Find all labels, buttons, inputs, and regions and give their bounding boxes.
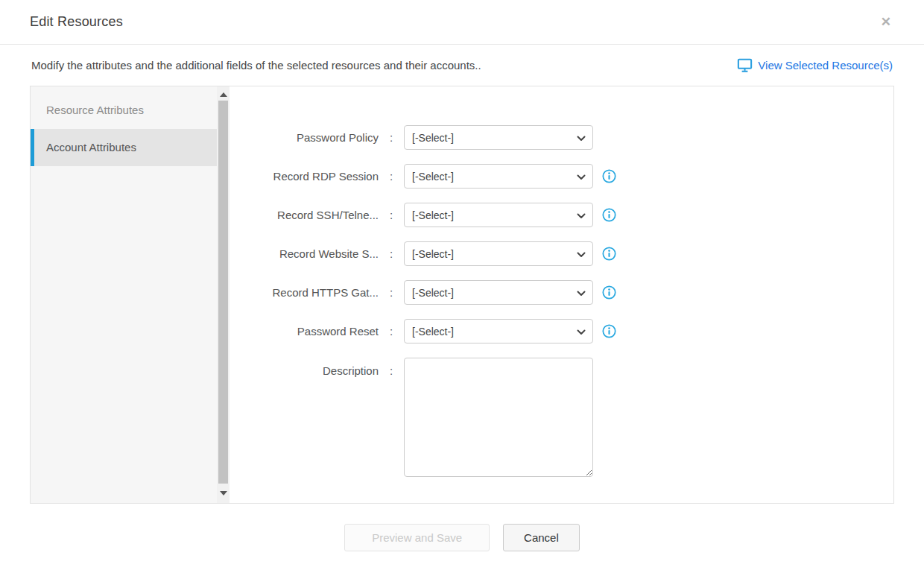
account-attributes-form: Password Policy : [-Select-] Record RDP …	[230, 86, 893, 503]
field-row-record-rdp-session: Record RDP Session : [-Select-]	[230, 164, 893, 189]
info-icon[interactable]	[602, 285, 616, 300]
info-icon[interactable]	[602, 208, 616, 222]
field-label: Record Website S...	[230, 247, 379, 260]
dialog-subheader: Modify the attributes and the additional…	[0, 45, 924, 86]
field-label: Record HTTPS Gat...	[230, 286, 379, 299]
sidebar-scrollbar[interactable]	[217, 86, 230, 503]
close-icon[interactable]: ✕	[878, 13, 894, 31]
field-label: Password Policy	[230, 131, 379, 144]
info-icon[interactable]	[602, 247, 616, 261]
cancel-button[interactable]: Cancel	[503, 524, 580, 551]
field-row-password-reset: Password Reset : [-Select-]	[230, 319, 893, 343]
field-colon: :	[379, 131, 404, 144]
field-colon: :	[379, 209, 404, 221]
attributes-sidebar: Resource Attributes Account Attributes	[31, 86, 217, 503]
sidebar-item-resource-attributes[interactable]: Resource Attributes	[31, 92, 217, 129]
view-selected-resources-link[interactable]: View Selected Resource(s)	[737, 58, 893, 72]
field-row-description: Description :	[230, 358, 893, 477]
sidebar-item-account-attributes[interactable]: Account Attributes	[31, 129, 217, 166]
field-label: Record RDP Session	[230, 170, 379, 183]
field-colon: :	[379, 247, 404, 260]
password-reset-select[interactable]: [-Select-]	[404, 319, 593, 343]
record-ssh-telnet-select[interactable]: [-Select-]	[404, 203, 593, 227]
preview-and-save-button[interactable]: Preview and Save	[344, 524, 490, 551]
field-colon: :	[379, 325, 404, 338]
record-website-session-select[interactable]: [-Select-]	[404, 241, 593, 266]
field-row-record-ssh-telnet: Record SSH/Telne... : [-Select-]	[230, 203, 893, 227]
dialog-description: Modify the attributes and the additional…	[31, 59, 481, 72]
field-colon: :	[379, 358, 404, 377]
page-title: Edit Resources	[30, 14, 123, 30]
dialog-header: Edit Resources ✕	[0, 0, 924, 45]
edit-resources-dialog: Edit Resources ✕ Modify the attributes a…	[0, 0, 924, 570]
password-policy-select[interactable]: [-Select-]	[404, 125, 593, 150]
field-colon: :	[379, 286, 404, 299]
field-colon: :	[379, 170, 404, 183]
info-icon[interactable]	[602, 324, 616, 338]
dialog-footer: Preview and Save Cancel	[0, 524, 924, 551]
scroll-down-arrow-icon[interactable]	[220, 491, 227, 495]
view-selected-link-label: View Selected Resource(s)	[758, 59, 893, 72]
field-row-record-https-gateway: Record HTTPS Gat... : [-Select-]	[230, 280, 893, 305]
info-icon[interactable]	[602, 169, 616, 183]
field-row-password-policy: Password Policy : [-Select-]	[230, 125, 893, 150]
description-textarea[interactable]	[404, 358, 593, 477]
field-label: Password Reset	[230, 325, 379, 338]
scroll-up-arrow-icon[interactable]	[220, 92, 227, 97]
attributes-panel: Resource Attributes Account Attributes P…	[30, 86, 894, 504]
record-https-gateway-select[interactable]: [-Select-]	[404, 280, 593, 305]
field-row-record-website-session: Record Website S... : [-Select-]	[230, 241, 893, 266]
monitor-icon	[737, 58, 753, 72]
scroll-thumb[interactable]	[218, 101, 228, 484]
field-label: Record SSH/Telne...	[230, 209, 379, 221]
field-label: Description	[230, 358, 379, 377]
record-rdp-session-select[interactable]: [-Select-]	[404, 164, 593, 189]
